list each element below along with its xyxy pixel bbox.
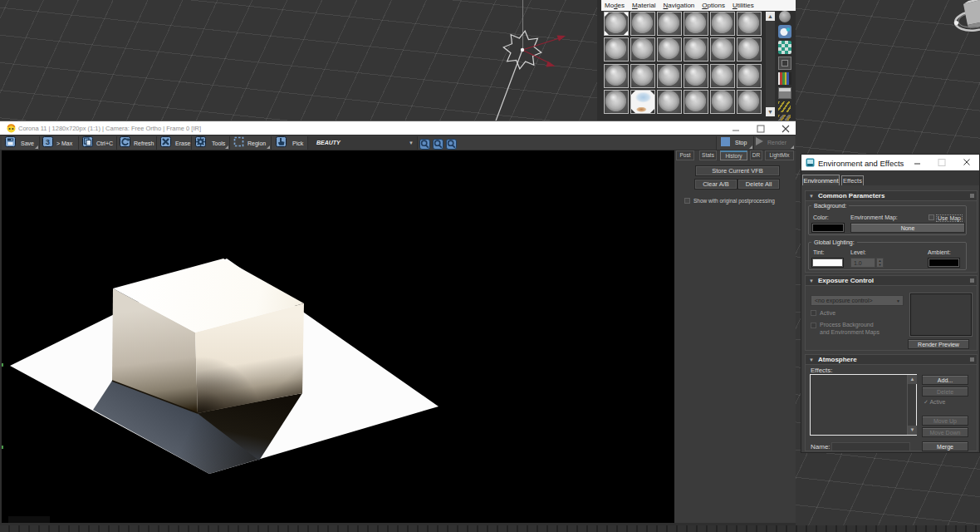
svg-text:3: 3 bbox=[46, 137, 50, 146]
